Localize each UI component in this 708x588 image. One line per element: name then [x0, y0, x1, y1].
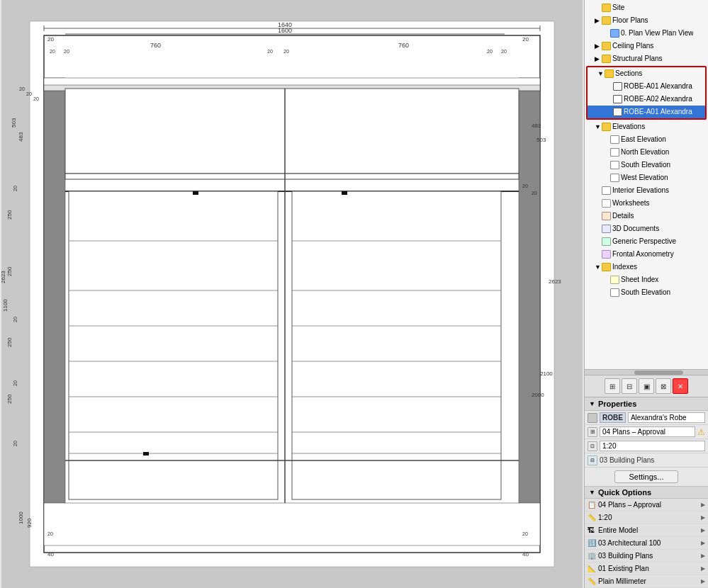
scrollbar[interactable] [585, 370, 708, 375]
qopt-label-qo-mm: Plain Millimeter [598, 577, 701, 585]
tree-item-sections[interactable]: ▼ Sections [588, 67, 705, 80]
tree-label-worksheets: Worksheets [612, 198, 650, 209]
svg-text:20: 20 [50, 49, 55, 54]
tree-label-robe-a01-1: ROBE-A01 Alexandra [624, 81, 692, 92]
tree-item-robe-a02[interactable]: ROBE-A02 Alexandra [588, 93, 705, 106]
tree-icon-indexes [602, 263, 611, 271]
plan-value[interactable]: 04 Plans – Approval [600, 426, 695, 437]
tree-view[interactable]: Site ▶ Floor Plans 0. Plan View Plan Vie… [585, 0, 708, 370]
tree-item-east-elevation[interactable]: East Elevation [585, 133, 708, 146]
tree-toggle-structural-plans[interactable]: ▶ [595, 53, 602, 64]
svg-rect-15 [342, 191, 347, 195]
tree-toggle-elevations[interactable]: ▼ [595, 121, 602, 132]
tree-item-robe-a01-2[interactable]: ROBE-A01 Alexandra [588, 106, 705, 118]
tree-item-ceiling-plans[interactable]: ▶ Ceiling Plans [585, 40, 708, 52]
move-button[interactable]: ⊠ [656, 378, 671, 394]
tree-item-south-elevation-idx[interactable]: South Elevation [585, 286, 708, 299]
tree-label-north-elevation: North Elevation [621, 147, 669, 158]
tree-item-site[interactable]: Site [585, 1, 708, 14]
robe-row: ROBE Alexandra's Robe [585, 411, 708, 425]
tree-item-frontal-axonometry[interactable]: Frontal Axonometry [585, 248, 708, 261]
properties-header: ▼ Properties [585, 397, 708, 411]
tree-icon-worksheets [602, 199, 611, 208]
tree-icon-south-elevation [610, 161, 619, 169]
qopt-qo-arch[interactable]: 🔢 03 Architectural 100 ▶ [585, 537, 708, 550]
scrollbar-thumb[interactable] [634, 371, 684, 375]
svg-text:920: 920 [26, 518, 33, 528]
robe-value[interactable]: Alexandra's Robe [628, 412, 705, 423]
qopt-qo-mm[interactable]: 📏 Plain Millimeter ▶ [585, 575, 708, 588]
scale-value[interactable]: 1:20 [600, 441, 705, 451]
drawing-area: 1640 1600 20 20 760 760 20 20 20 20 20 2… [0, 0, 584, 588]
qopt-icon-qo-building: 🏢 [588, 552, 596, 560]
tree-label-interior-elevations: Interior Elevations [612, 185, 669, 196]
qopt-qo-scale[interactable]: 📏 1:20 ▶ [585, 511, 708, 524]
duplicate-button[interactable]: ⊟ [622, 378, 637, 394]
svg-rect-3 [44, 78, 65, 510]
tree-item-west-elevation[interactable]: West Elevation [585, 171, 708, 184]
export-button[interactable]: ▣ [639, 378, 654, 394]
svg-text:2100: 2100 [540, 371, 553, 377]
svg-text:250: 250 [6, 394, 13, 404]
tree-toggle-sections[interactable]: ▼ [597, 68, 605, 79]
tree-icon-generic-perspective [602, 237, 611, 246]
settings-button[interactable]: Settings... [614, 470, 679, 483]
qopt-qo-building[interactable]: 🏢 03 Building Plans ▶ [585, 550, 708, 562]
tree-item-north-elevation[interactable]: North Elevation [585, 146, 708, 159]
qopt-label-qo-existing: 01 Existing Plan [598, 565, 701, 572]
svg-text:20: 20 [487, 49, 493, 54]
tree-item-floor-plans[interactable]: ▶ Floor Plans [585, 14, 708, 27]
tree-label-frontal-axonometry: Frontal Axonometry [612, 249, 674, 260]
tree-item-3d-documents[interactable]: 3D Documents [585, 222, 708, 235]
svg-text:760: 760 [398, 42, 409, 49]
tree-item-plan-view[interactable]: 0. Plan View Plan View [585, 27, 708, 40]
scale-icon: ⊡ [588, 441, 597, 451]
tree-item-interior-elevations[interactable]: Interior Elevations [585, 184, 708, 197]
tree-item-elevations[interactable]: ▼ Elevations [585, 120, 708, 133]
tree-icon-robe-a01-2 [613, 108, 622, 116]
svg-text:2623: 2623 [549, 278, 561, 285]
robe-icon [588, 413, 597, 423]
svg-text:20: 20 [33, 96, 39, 101]
tree-icon-details [602, 212, 611, 220]
tree-toggle-indexes[interactable]: ▼ [595, 261, 602, 273]
qopt-arrow-qo-building: ▶ [701, 553, 705, 559]
tree-label-3d-documents: 3D Documents [612, 223, 659, 234]
properties-title: Properties [598, 400, 636, 408]
warning-icon: ⚠ [697, 427, 705, 437]
right-panel: Site ▶ Floor Plans 0. Plan View Plan Vie… [584, 0, 708, 588]
qopt-arrow-qo-plan: ▶ [701, 502, 705, 508]
tree-item-worksheets[interactable]: Worksheets [585, 197, 708, 210]
tree-item-robe-a01-1[interactable]: ROBE-A01 Alexandra [588, 80, 705, 93]
tree-toggle-floor-plans[interactable]: ▶ [595, 15, 602, 26]
tree-label-sheet-index: Sheet Index [621, 274, 658, 285]
tree-icon-west-elevation [610, 174, 619, 182]
new-view-button[interactable]: ⊞ [605, 378, 620, 394]
qopt-qo-existing[interactable]: 📐 01 Existing Plan ▶ [585, 562, 708, 575]
tree-label-indexes: Indexes [612, 261, 637, 273]
tree-label-south-elevation-idx: South Elevation [621, 287, 670, 298]
svg-text:483: 483 [532, 123, 541, 129]
tree-item-sheet-index[interactable]: Sheet Index [585, 273, 708, 286]
tree-item-generic-perspective[interactable]: Generic Perspective [585, 235, 708, 248]
qopt-arrow-qo-arch: ▶ [701, 540, 705, 546]
qopt-qo-model[interactable]: 🏗 Entire Model ▶ [585, 524, 708, 537]
tree-item-south-elevation[interactable]: South Elevation [585, 159, 708, 171]
plan-row: ⊞ 04 Plans – Approval ⚠ [585, 425, 708, 439]
properties-triangle: ▼ [589, 400, 595, 407]
qopt-icon-qo-plan: 📋 [588, 501, 596, 509]
tree-label-site: Site [612, 2, 624, 13]
tree-item-indexes[interactable]: ▼ Indexes [585, 261, 708, 273]
svg-text:1000: 1000 [18, 511, 24, 524]
delete-button[interactable]: ✕ [673, 378, 688, 394]
tree-label-west-elevation: West Elevation [621, 172, 668, 183]
qopt-qo-plan[interactable]: 📋 04 Plans – Approval ▶ [585, 499, 708, 511]
tree-item-details[interactable]: Details [585, 210, 708, 222]
properties-panel: ▼ Properties ROBE Alexandra's Robe ⊞ 04 … [585, 397, 708, 486]
tree-toggle-ceiling-plans[interactable]: ▶ [595, 40, 602, 52]
qopt-label-qo-building: 03 Building Plans [598, 552, 701, 560]
tree-icon-robe-a01-1 [613, 82, 622, 91]
tree-item-structural-plans[interactable]: ▶ Structural Plans [585, 52, 708, 65]
tree-icon-3d-documents [602, 225, 611, 233]
svg-text:20: 20 [64, 49, 69, 54]
